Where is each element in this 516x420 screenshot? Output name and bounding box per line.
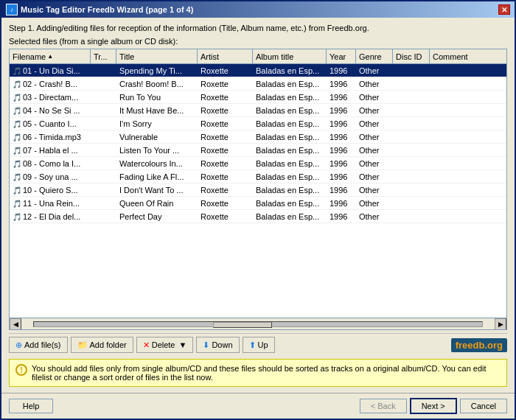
table-cell [91,136,116,138]
scroll-right-btn[interactable]: ▶ [495,318,506,330]
file-icon: 🎵 [13,173,21,181]
header-filename[interactable]: Filename ▲ [10,49,91,63]
file-icon: 🎵 [13,120,21,128]
main-content: Step 1. Adding/editing files for recepti… [1,18,515,393]
table-cell: I'm Sorry [116,119,198,129]
table-cell: Baladas en Esp... [253,211,327,222]
scrollbar-track[interactable] [33,321,483,327]
table-cell: Baladas en Esp... [253,158,327,169]
header-artist[interactable]: Artist [198,49,253,63]
table-cell: 1996 [327,132,356,142]
table-cell [91,150,116,151]
header-tr[interactable]: Tr... [91,49,116,63]
table-cell: Baladas en Esp... [253,185,327,195]
step-label: Step 1. Adding/editing files for recepti… [9,24,507,32]
table-cell [393,123,430,125]
table-cell [393,163,430,164]
table-cell: Baladas en Esp... [253,132,327,142]
table-row[interactable]: 🎵11 - Una Rein...Queen Of RainRoxetteBal… [10,197,506,210]
table-row[interactable]: 🎵06 - Timida.mp3VulnerableRoxetteBaladas… [10,130,506,144]
table-row[interactable]: 🎵09 - Soy una ...Fading Like A Fl...Roxe… [10,170,506,183]
next-button[interactable]: Next > [410,398,457,414]
table-cell: Baladas en Esp... [253,119,327,129]
delete-icon: ✕ [143,340,150,350]
table-row[interactable]: 🎵05 - Cuanto I...I'm SorryRoxetteBaladas… [10,117,506,130]
header-discid[interactable]: Disc ID [393,49,430,63]
table-row[interactable]: 🎵10 - Quiero S...I Don't Want To ...Roxe… [10,183,506,197]
freedb-tld: .org [484,340,503,351]
close-button[interactable]: ✕ [498,4,510,15]
window-title: Music Tag Editor Freedb Wizard (page 1 o… [21,5,193,14]
header-year[interactable]: Year [327,49,356,63]
table-body: 🎵01 - Un Dia Si...Spending My Ti...Roxet… [10,64,506,318]
table-row[interactable]: 🎵04 - No Se Si ...It Must Have Be...Roxe… [10,104,506,117]
table-cell: Other [356,92,393,102]
header-album[interactable]: Album title [253,49,327,63]
table-cell [91,163,116,164]
table-cell: I Don't Want To ... [116,185,198,195]
table-cell: 🎵04 - No Se Si ... [10,105,91,116]
back-button[interactable]: < Back [360,399,407,413]
header-comment[interactable]: Comment [430,49,474,63]
table-row[interactable]: 🎵12 - El Dia del...Perfect DayRoxetteBal… [10,210,506,223]
table-cell: It Must Have Be... [116,105,198,116]
table-cell: 1996 [327,119,356,129]
cancel-button[interactable]: Cancel [460,399,507,413]
scroll-left-btn[interactable]: ◀ [10,318,21,330]
table-cell: Vulnerable [116,132,198,142]
table-cell [91,203,116,204]
app-icon: ♪ [6,4,18,15]
table-cell: Roxette [198,172,253,182]
table-row[interactable]: 🎵03 - Directam...Run To YouRoxetteBalada… [10,91,506,104]
table-cell: Queen Of Rain [116,198,198,209]
delete-button[interactable]: ✕ Delete ▼ [136,337,194,353]
table-cell: Other [356,79,393,89]
down-icon: ⬇ [203,340,209,350]
table-cell: Crash! Boom! B... [116,79,198,89]
table-cell: 1996 [327,92,356,102]
table-cell: 1996 [327,105,356,116]
add-folder-button[interactable]: 📁 Add folder [71,337,133,353]
up-button[interactable]: ⬆ Up [243,337,275,353]
scrollbar-thumb[interactable] [213,322,272,328]
table-cell [91,176,116,178]
table-cell: 1996 [327,158,356,169]
file-icon: 🎵 [13,94,21,102]
table-cell [430,189,474,191]
delete-dropdown-arrow[interactable]: ▼ [178,340,186,349]
table-row[interactable]: 🎵07 - Habla el ...Listen To Your ...Roxe… [10,144,506,157]
up-icon: ⬆ [249,340,256,350]
table-row[interactable]: 🎵01 - Un Dia Si...Spending My Ti...Roxet… [10,64,506,77]
horizontal-scrollbar[interactable]: ◀ ▶ [10,318,506,329]
table-cell: 1996 [327,66,356,76]
info-box: ! You should add files only from single … [9,359,507,387]
table-cell: 🎵01 - Un Dia Si... [10,66,91,76]
table-cell [430,97,474,98]
toolbar: ⊕ Add file(s) 📁 Add folder ✕ Delete ▼ ⬇ … [9,333,507,356]
file-icon: 🎵 [13,80,21,88]
header-genre[interactable]: Genre [356,49,393,63]
add-file-button[interactable]: ⊕ Add file(s) [9,337,68,353]
table-cell: 1996 [327,145,356,155]
header-title[interactable]: Title [116,49,198,63]
main-window: ♪ Music Tag Editor Freedb Wizard (page 1… [0,0,516,420]
table-cell: Baladas en Esp... [253,198,327,209]
table-cell: Baladas en Esp... [253,92,327,102]
bottom-bar: Help < Back Next > Cancel [1,393,515,419]
help-button[interactable]: Help [9,399,53,413]
table-cell [393,97,430,98]
table-cell [430,203,474,204]
file-icon: 🎵 [13,147,21,155]
freedb-text: freedb.org [456,340,503,351]
table-row[interactable]: 🎵02 - Crash! B...Crash! Boom! B...Roxett… [10,77,506,91]
table-cell [393,189,430,191]
table-cell: Roxette [198,158,253,169]
table-cell [430,83,474,85]
freedb-logo: freedb.org [451,338,507,352]
down-button[interactable]: ⬇ Down [196,337,239,353]
table-row[interactable]: 🎵08 - Como la I...Watercolours In...Roxe… [10,157,506,170]
table-cell: Roxette [198,185,253,195]
table-cell: Baladas en Esp... [253,105,327,116]
file-icon: 🎵 [13,133,21,141]
table-cell: 1996 [327,172,356,182]
